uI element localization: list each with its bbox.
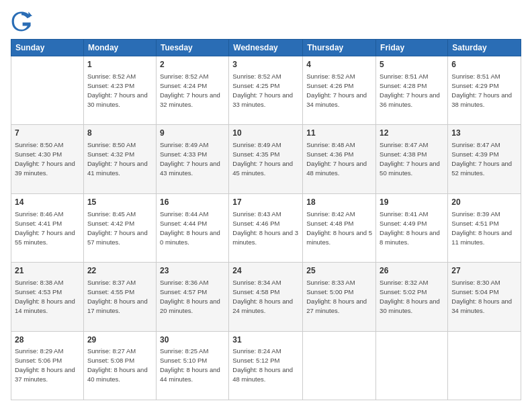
day-info: Sunrise: 8:36 AMSunset: 4:57 PMDaylight:…	[160, 279, 220, 314]
day-cell: 12Sunrise: 8:47 AMSunset: 4:38 PMDayligh…	[376, 125, 448, 193]
day-number: 17	[232, 197, 299, 208]
week-row-3: 21Sunrise: 8:38 AMSunset: 4:53 PMDayligh…	[11, 263, 521, 331]
day-cell: 26Sunrise: 8:32 AMSunset: 5:02 PMDayligh…	[376, 263, 448, 331]
day-number: 12	[380, 128, 444, 139]
day-number: 25	[306, 265, 372, 277]
day-info: Sunrise: 8:32 AMSunset: 5:02 PMDaylight:…	[380, 279, 440, 314]
day-number: 27	[451, 265, 517, 277]
day-cell: 23Sunrise: 8:36 AMSunset: 4:57 PMDayligh…	[156, 263, 228, 331]
logo	[11, 11, 35, 32]
day-info: Sunrise: 8:38 AMSunset: 4:53 PMDaylight:…	[15, 279, 75, 314]
day-number: 6	[451, 59, 517, 71]
day-header-sunday: Sunday	[11, 40, 84, 56]
day-info: Sunrise: 8:24 AMSunset: 5:12 PMDaylight:…	[232, 347, 293, 383]
week-row-1: 7Sunrise: 8:50 AMSunset: 4:30 PMDaylight…	[11, 125, 521, 193]
day-info: Sunrise: 8:25 AMSunset: 5:10 PMDaylight:…	[160, 347, 220, 383]
day-info: Sunrise: 8:34 AMSunset: 4:58 PMDaylight:…	[232, 279, 293, 314]
calendar-table: SundayMondayTuesdayWednesdayThursdayFrid…	[11, 39, 521, 400]
day-number: 21	[15, 265, 80, 277]
header-row: SundayMondayTuesdayWednesdayThursdayFrid…	[11, 40, 521, 56]
calendar-header: SundayMondayTuesdayWednesdayThursdayFrid…	[11, 40, 521, 56]
day-cell	[303, 331, 376, 400]
day-number: 20	[451, 197, 517, 208]
day-number: 7	[15, 128, 80, 139]
day-number: 10	[232, 128, 299, 139]
day-info: Sunrise: 8:29 AMSunset: 5:06 PMDaylight:…	[15, 347, 75, 383]
day-number: 9	[160, 128, 225, 139]
day-info: Sunrise: 8:44 AMSunset: 4:44 PMDaylight:…	[160, 210, 220, 246]
day-number: 19	[380, 197, 444, 208]
day-number: 28	[15, 334, 80, 346]
day-number: 26	[380, 265, 444, 277]
day-cell: 27Sunrise: 8:30 AMSunset: 5:04 PMDayligh…	[448, 263, 521, 331]
day-cell: 13Sunrise: 8:47 AMSunset: 4:39 PMDayligh…	[448, 125, 521, 193]
logo-icon	[11, 11, 32, 32]
page: SundayMondayTuesdayWednesdayThursdayFrid…	[0, 0, 532, 411]
day-info: Sunrise: 8:48 AMSunset: 4:36 PMDaylight:…	[306, 141, 367, 177]
day-cell: 8Sunrise: 8:50 AMSunset: 4:32 PMDaylight…	[83, 125, 156, 193]
day-cell: 31Sunrise: 8:24 AMSunset: 5:12 PMDayligh…	[229, 331, 303, 400]
day-number: 13	[451, 128, 517, 139]
day-cell: 5Sunrise: 8:51 AMSunset: 4:28 PMDaylight…	[376, 56, 448, 125]
day-number: 8	[87, 128, 152, 139]
day-number: 22	[87, 265, 152, 277]
day-info: Sunrise: 8:45 AMSunset: 4:42 PMDaylight:…	[87, 210, 148, 246]
day-cell: 20Sunrise: 8:39 AMSunset: 4:51 PMDayligh…	[448, 193, 521, 262]
day-info: Sunrise: 8:52 AMSunset: 4:23 PMDaylight:…	[87, 73, 148, 108]
day-info: Sunrise: 8:39 AMSunset: 4:51 PMDaylight:…	[451, 210, 512, 246]
day-info: Sunrise: 8:46 AMSunset: 4:41 PMDaylight:…	[15, 210, 75, 246]
day-cell	[11, 56, 84, 125]
week-row-4: 28Sunrise: 8:29 AMSunset: 5:06 PMDayligh…	[11, 331, 521, 400]
day-cell: 2Sunrise: 8:52 AMSunset: 4:24 PMDaylight…	[156, 56, 228, 125]
day-cell: 16Sunrise: 8:44 AMSunset: 4:44 PMDayligh…	[156, 193, 228, 262]
day-cell: 18Sunrise: 8:42 AMSunset: 4:48 PMDayligh…	[303, 193, 376, 262]
day-info: Sunrise: 8:52 AMSunset: 4:26 PMDaylight:…	[306, 73, 367, 108]
day-header-monday: Monday	[83, 40, 156, 56]
day-cell: 3Sunrise: 8:52 AMSunset: 4:25 PMDaylight…	[229, 56, 303, 125]
day-info: Sunrise: 8:49 AMSunset: 4:33 PMDaylight:…	[160, 141, 220, 177]
day-number: 1	[87, 59, 152, 71]
day-info: Sunrise: 8:41 AMSunset: 4:49 PMDaylight:…	[380, 210, 440, 246]
day-cell: 30Sunrise: 8:25 AMSunset: 5:10 PMDayligh…	[156, 331, 228, 400]
day-info: Sunrise: 8:43 AMSunset: 4:46 PMDaylight:…	[232, 210, 298, 246]
day-cell: 15Sunrise: 8:45 AMSunset: 4:42 PMDayligh…	[83, 193, 156, 262]
day-header-wednesday: Wednesday	[229, 40, 303, 56]
day-number: 4	[306, 59, 372, 71]
day-info: Sunrise: 8:27 AMSunset: 5:08 PMDaylight:…	[87, 347, 148, 383]
day-info: Sunrise: 8:51 AMSunset: 4:28 PMDaylight:…	[380, 73, 440, 108]
day-info: Sunrise: 8:51 AMSunset: 4:29 PMDaylight:…	[451, 73, 512, 108]
day-cell	[448, 331, 521, 400]
day-number: 18	[306, 197, 372, 208]
day-cell: 7Sunrise: 8:50 AMSunset: 4:30 PMDaylight…	[11, 125, 84, 193]
day-cell: 14Sunrise: 8:46 AMSunset: 4:41 PMDayligh…	[11, 193, 84, 262]
day-info: Sunrise: 8:52 AMSunset: 4:25 PMDaylight:…	[232, 73, 293, 108]
day-number: 29	[87, 334, 152, 346]
day-number: 16	[160, 197, 225, 208]
day-cell: 4Sunrise: 8:52 AMSunset: 4:26 PMDaylight…	[303, 56, 376, 125]
day-cell: 21Sunrise: 8:38 AMSunset: 4:53 PMDayligh…	[11, 263, 84, 331]
calendar-body: 1Sunrise: 8:52 AMSunset: 4:23 PMDaylight…	[11, 56, 521, 400]
day-info: Sunrise: 8:42 AMSunset: 4:48 PMDaylight:…	[306, 210, 372, 246]
day-number: 31	[232, 334, 299, 346]
day-info: Sunrise: 8:47 AMSunset: 4:38 PMDaylight:…	[380, 141, 440, 177]
day-info: Sunrise: 8:33 AMSunset: 5:00 PMDaylight:…	[306, 279, 367, 314]
day-info: Sunrise: 8:37 AMSunset: 4:55 PMDaylight:…	[87, 279, 148, 314]
day-info: Sunrise: 8:50 AMSunset: 4:32 PMDaylight:…	[87, 141, 148, 177]
day-number: 5	[380, 59, 444, 71]
day-cell: 24Sunrise: 8:34 AMSunset: 4:58 PMDayligh…	[229, 263, 303, 331]
day-cell: 9Sunrise: 8:49 AMSunset: 4:33 PMDaylight…	[156, 125, 228, 193]
day-cell: 10Sunrise: 8:49 AMSunset: 4:35 PMDayligh…	[229, 125, 303, 193]
day-cell: 1Sunrise: 8:52 AMSunset: 4:23 PMDaylight…	[83, 56, 156, 125]
day-info: Sunrise: 8:47 AMSunset: 4:39 PMDaylight:…	[451, 141, 512, 177]
day-number: 23	[160, 265, 225, 277]
day-cell: 28Sunrise: 8:29 AMSunset: 5:06 PMDayligh…	[11, 331, 84, 400]
day-cell: 22Sunrise: 8:37 AMSunset: 4:55 PMDayligh…	[83, 263, 156, 331]
day-header-tuesday: Tuesday	[156, 40, 228, 56]
day-cell: 11Sunrise: 8:48 AMSunset: 4:36 PMDayligh…	[303, 125, 376, 193]
week-row-0: 1Sunrise: 8:52 AMSunset: 4:23 PMDaylight…	[11, 56, 521, 125]
day-cell: 29Sunrise: 8:27 AMSunset: 5:08 PMDayligh…	[83, 331, 156, 400]
day-number: 30	[160, 334, 225, 346]
day-cell: 25Sunrise: 8:33 AMSunset: 5:00 PMDayligh…	[303, 263, 376, 331]
day-header-saturday: Saturday	[448, 40, 521, 56]
week-row-2: 14Sunrise: 8:46 AMSunset: 4:41 PMDayligh…	[11, 193, 521, 262]
